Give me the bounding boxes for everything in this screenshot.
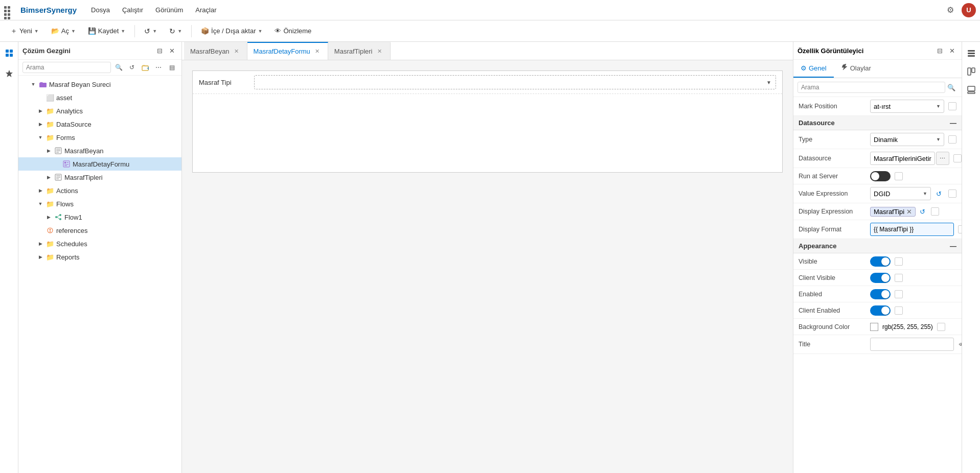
tree-root[interactable]: ▼ Masraf Beyan Sureci — [18, 78, 181, 91]
analytics-arrow[interactable]: ▶ — [37, 107, 44, 114]
tree-item-reports[interactable]: ▶ 📁 Reports — [18, 250, 181, 264]
tab-masraftipleri-close[interactable]: ✕ — [376, 48, 384, 56]
appearance-section-collapse[interactable]: — — [950, 242, 956, 250]
display-expression-refresh-button[interactable]: ↺ — [917, 206, 928, 217]
tree-item-masraftipleri[interactable]: ▶ MasrafTipleri — [18, 171, 181, 184]
property-tab-genel[interactable]: ⚙ Genel — [793, 60, 834, 78]
datasource-input[interactable]: MasrafTipleriniGetir — [870, 152, 935, 165]
flow1-arrow[interactable]: ▶ — [45, 214, 52, 221]
background-color-swatch[interactable] — [870, 323, 878, 331]
reports-arrow[interactable]: ▶ — [37, 253, 44, 261]
forms-arrow[interactable]: ▼ — [37, 134, 44, 141]
mark-position-checkbox[interactable] — [948, 102, 956, 110]
property-panel-close-button[interactable]: ✕ — [946, 45, 958, 56]
menu-araclar[interactable]: Araçlar — [189, 0, 222, 20]
explorer-icon[interactable] — [2, 46, 16, 60]
tree-item-actions[interactable]: ▶ 📁 Actions — [18, 184, 181, 197]
form-field-input[interactable]: ▼ — [254, 75, 776, 89]
tree-item-forms[interactable]: ▼ 📁 Forms — [18, 131, 181, 144]
far-right-icon-1[interactable] — [964, 46, 978, 60]
enabled-toggle[interactable] — [870, 289, 891, 299]
far-right-icon-2[interactable] — [964, 64, 978, 79]
open-button[interactable]: 📂 Aç ▼ — [46, 23, 81, 39]
value-expression-select[interactable]: DGID ▼ — [870, 187, 931, 200]
tree-item-schedules[interactable]: ▶ 📁 Schedules — [18, 237, 181, 250]
close-panel-button[interactable]: ✕ — [166, 45, 177, 56]
search-input[interactable] — [22, 62, 111, 73]
visible-checkbox[interactable] — [895, 257, 903, 266]
property-search-input[interactable] — [797, 82, 945, 93]
datasource-arrow[interactable]: ▶ — [37, 121, 44, 128]
toggle-view-button[interactable]: ▤ — [166, 62, 177, 73]
tree-item-masrafbeyan[interactable]: ▶ MasrafBeyan — [18, 144, 181, 157]
tree-item-asset[interactable]: ⬜ asset — [18, 91, 181, 104]
root-expand-arrow[interactable]: ▼ — [30, 81, 37, 88]
property-panel-actions: ⊟ ✕ — [934, 45, 958, 56]
more-actions-button[interactable]: ⋯ — [153, 62, 164, 73]
datasource-section-header: Datasource — — [793, 116, 962, 130]
client-visible-toggle[interactable] — [870, 273, 891, 283]
menu-dosya[interactable]: Dosya — [85, 0, 116, 20]
tab-masrafbeyan[interactable]: MasrafBeyan ✕ — [184, 42, 247, 60]
tab-masraftipleri[interactable]: MasrafTipleri ✕ — [328, 42, 391, 60]
tab-masrafbeyan-close[interactable]: ✕ — [233, 48, 241, 56]
add-folder-button[interactable]: + — [140, 62, 151, 73]
tree-item-flow1[interactable]: ▶ Flow1 — [18, 210, 181, 224]
schedules-arrow[interactable]: ▶ — [37, 240, 44, 247]
search-button[interactable]: 🔍 — [113, 62, 124, 73]
tab-masrafdetayformu[interactable]: MasrafDetayFormu ✕ — [247, 42, 328, 60]
background-color-checkbox[interactable] — [937, 323, 945, 331]
datasource-checkbox[interactable] — [953, 154, 962, 162]
flow1-icon — [54, 213, 62, 221]
grid-icon[interactable] — [4, 6, 12, 14]
tree-item-flows[interactable]: ▼ 📁 Flows — [18, 197, 181, 210]
user-avatar[interactable]: U — [962, 3, 976, 17]
save-button[interactable]: 💾 Kaydet ▼ — [83, 23, 130, 39]
property-search-button[interactable]: 🔍 — [945, 81, 958, 93]
value-expression-refresh-button[interactable]: ↺ — [933, 188, 944, 199]
value-expression-checkbox[interactable] — [948, 190, 956, 198]
masrafbeyan-arrow[interactable]: ▶ — [45, 147, 52, 154]
preview-button[interactable]: 👁 Önizleme — [269, 23, 316, 39]
title-action-button[interactable] — [956, 339, 962, 350]
tree-item-datasource[interactable]: ▶ 📁 DataSource — [18, 117, 181, 131]
property-tab-olaylar[interactable]: Olaylar — [834, 60, 878, 78]
settings-icon[interactable]: ⚙ — [943, 3, 958, 17]
mark-position-select[interactable]: at-ırst ▼ — [870, 100, 944, 113]
enabled-checkbox[interactable] — [895, 290, 903, 298]
tab-masrafdetayformu-close[interactable]: ✕ — [313, 48, 322, 56]
run-at-server-checkbox[interactable] — [895, 172, 903, 180]
menu-calistir[interactable]: Çalıştır — [116, 0, 149, 20]
title-input[interactable] — [870, 338, 954, 351]
datasource-section-collapse[interactable]: — — [950, 119, 956, 127]
star-icon[interactable] — [2, 66, 16, 81]
display-format-checkbox[interactable] — [958, 225, 962, 233]
client-visible-knob — [881, 274, 890, 282]
tree-item-masrafdetayformu[interactable]: MasrafDetayFormu — [18, 157, 181, 171]
property-panel-pin-button[interactable]: ⊟ — [934, 45, 945, 56]
pin-button[interactable]: ⊟ — [154, 45, 165, 56]
client-visible-checkbox[interactable] — [895, 274, 903, 282]
tree-item-analytics[interactable]: ▶ 📁 Analytics — [18, 104, 181, 117]
undo-button[interactable]: ↺ ▼ — [139, 23, 162, 39]
type-select[interactable]: Dinamik ▼ — [870, 133, 944, 146]
flows-arrow[interactable]: ▼ — [37, 200, 44, 207]
actions-arrow[interactable]: ▶ — [37, 187, 44, 194]
new-button[interactable]: ＋ Yeni ▼ — [5, 23, 44, 39]
masraftipleri-arrow[interactable]: ▶ — [45, 174, 52, 181]
visible-toggle[interactable] — [870, 256, 891, 267]
display-expression-checkbox[interactable] — [931, 207, 939, 216]
type-checkbox[interactable] — [948, 135, 956, 144]
import-export-button[interactable]: 📦 İçe / Dışa aktar ▼ — [196, 23, 267, 39]
redo-button[interactable]: ↻ ▼ — [164, 23, 187, 39]
datasource-browse-button[interactable]: ⋯ — [936, 152, 949, 165]
display-expression-tag-remove[interactable]: ✕ — [906, 208, 912, 216]
menu-gorunum[interactable]: Görünüm — [149, 0, 189, 20]
run-at-server-toggle[interactable] — [870, 171, 891, 181]
display-format-input[interactable] — [870, 223, 954, 236]
client-enabled-toggle[interactable] — [870, 305, 891, 316]
refresh-tree-button[interactable]: ↺ — [126, 62, 138, 73]
tree-item-references[interactable]: references — [18, 224, 181, 237]
far-right-icon-3[interactable] — [964, 83, 978, 97]
client-enabled-checkbox[interactable] — [895, 306, 903, 315]
